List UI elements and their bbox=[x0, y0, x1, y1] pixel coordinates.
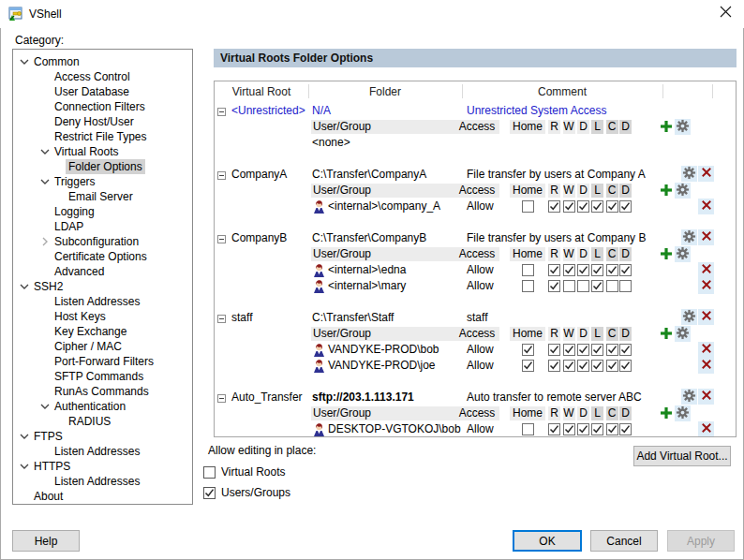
edit-users-button[interactable] bbox=[675, 326, 691, 342]
perm-checkbox-r[interactable] bbox=[548, 280, 560, 292]
perm-checkbox-r[interactable] bbox=[548, 360, 560, 372]
perm-checkbox-d[interactable] bbox=[577, 280, 589, 292]
perm-checkbox-d2[interactable] bbox=[619, 360, 632, 372]
home-checkbox[interactable] bbox=[522, 200, 534, 213]
delete-user-button[interactable] bbox=[698, 278, 714, 294]
configure-virtual-root-button[interactable] bbox=[681, 309, 697, 325]
column-header-folder[interactable]: Folder bbox=[308, 85, 462, 98]
tree-item-access-control[interactable]: Access Control bbox=[13, 69, 192, 84]
tree-item-restrict-file-types[interactable]: Restrict File Types bbox=[13, 129, 192, 144]
help-button[interactable]: Help bbox=[12, 530, 80, 552]
edit-users-button[interactable] bbox=[675, 183, 691, 199]
apply-button[interactable]: Apply bbox=[667, 530, 735, 552]
chevron-down-icon[interactable] bbox=[20, 54, 29, 69]
perm-checkbox-l[interactable] bbox=[591, 360, 603, 372]
home-checkbox[interactable] bbox=[522, 360, 534, 372]
close-button[interactable] bbox=[711, 2, 739, 24]
perm-checkbox-w[interactable] bbox=[563, 264, 575, 276]
add-user-button[interactable] bbox=[659, 184, 674, 199]
tree-item-ftps[interactable]: FTPS bbox=[13, 429, 192, 444]
add-user-button[interactable] bbox=[659, 247, 674, 262]
home-checkbox[interactable] bbox=[522, 344, 534, 356]
virtual-roots-checkbox[interactable] bbox=[203, 466, 216, 479]
configure-virtual-root-button[interactable] bbox=[681, 229, 697, 245]
chevron-down-icon[interactable] bbox=[20, 459, 29, 474]
tree-item-key-exchange[interactable]: Key Exchange bbox=[13, 324, 192, 339]
perm-checkbox-d2[interactable] bbox=[619, 280, 632, 292]
delete-user-button[interactable] bbox=[698, 262, 714, 278]
chevron-down-icon[interactable] bbox=[20, 279, 29, 294]
perm-checkbox-w[interactable] bbox=[563, 344, 575, 356]
delete-user-button[interactable] bbox=[698, 358, 714, 374]
collapse-expander-icon[interactable] bbox=[217, 106, 226, 119]
perm-checkbox-d[interactable] bbox=[577, 360, 589, 372]
edit-users-button[interactable] bbox=[675, 246, 691, 262]
perm-checkbox-c[interactable] bbox=[606, 264, 618, 276]
perm-checkbox-d2[interactable] bbox=[619, 200, 632, 213]
edit-users-button[interactable] bbox=[675, 119, 691, 135]
perm-checkbox-c[interactable] bbox=[606, 344, 618, 356]
tree-item-https[interactable]: HTTPS bbox=[13, 459, 192, 474]
perm-checkbox-c[interactable] bbox=[606, 280, 618, 292]
tree-item-listen-addresses[interactable]: Listen Addresses bbox=[13, 294, 192, 309]
home-checkbox[interactable] bbox=[522, 280, 534, 292]
tree-item-listen-addresses[interactable]: Listen Addresses bbox=[13, 444, 192, 459]
tree-item-connection-filters[interactable]: Connection Filters bbox=[13, 99, 192, 114]
perm-checkbox-l[interactable] bbox=[591, 423, 603, 435]
chevron-right-icon[interactable] bbox=[40, 234, 50, 249]
delete-user-button[interactable] bbox=[698, 342, 714, 358]
add-user-button[interactable] bbox=[659, 406, 674, 421]
configure-virtual-root-button[interactable] bbox=[681, 166, 697, 182]
tree-item-deny-host-user[interactable]: Deny Host/User bbox=[13, 114, 192, 129]
chevron-down-icon[interactable] bbox=[40, 399, 50, 414]
chevron-down-icon[interactable] bbox=[20, 429, 29, 444]
delete-virtual-root-button[interactable] bbox=[698, 389, 714, 405]
perm-checkbox-w[interactable] bbox=[563, 280, 575, 292]
tree-item-logging[interactable]: Logging bbox=[13, 204, 192, 219]
tree-item-subconfiguration[interactable]: Subconfiguration bbox=[13, 234, 192, 249]
perm-checkbox-d2[interactable] bbox=[619, 423, 632, 435]
perm-checkbox-l[interactable] bbox=[591, 200, 603, 213]
add-user-button[interactable] bbox=[659, 327, 674, 342]
add-virtual-root-button[interactable]: Add Virtual Root... bbox=[633, 446, 731, 466]
tree-item-triggers[interactable]: Triggers bbox=[13, 174, 192, 189]
perm-checkbox-l[interactable] bbox=[591, 280, 603, 292]
perm-checkbox-w[interactable] bbox=[563, 423, 575, 435]
column-header-virtual-root[interactable]: Virtual Root bbox=[215, 85, 308, 98]
ok-button[interactable]: OK bbox=[513, 530, 582, 552]
tree-item-ssh2[interactable]: SSH2 bbox=[13, 279, 192, 294]
perm-checkbox-d[interactable] bbox=[577, 200, 589, 213]
perm-checkbox-l[interactable] bbox=[591, 344, 603, 356]
tree-item-runas-commands[interactable]: RunAs Commands bbox=[13, 384, 192, 399]
delete-user-button[interactable] bbox=[698, 421, 714, 437]
perm-checkbox-d[interactable] bbox=[577, 264, 589, 276]
perm-checkbox-d[interactable] bbox=[577, 344, 589, 356]
home-checkbox[interactable] bbox=[522, 423, 534, 435]
tree-item-common[interactable]: Common bbox=[13, 54, 192, 69]
tree-item-sftp-commands[interactable]: SFTP Commands bbox=[13, 369, 192, 384]
tree-item-authentication[interactable]: Authentication bbox=[13, 399, 192, 414]
tree-item-port-forward-filters[interactable]: Port-Forward Filters bbox=[13, 354, 192, 369]
perm-checkbox-r[interactable] bbox=[548, 423, 560, 435]
collapse-expander-icon[interactable] bbox=[217, 233, 226, 246]
perm-checkbox-w[interactable] bbox=[563, 360, 575, 372]
perm-checkbox-l[interactable] bbox=[591, 264, 603, 276]
collapse-expander-icon[interactable] bbox=[217, 169, 226, 183]
perm-checkbox-r[interactable] bbox=[548, 200, 560, 213]
delete-virtual-root-button[interactable] bbox=[698, 166, 714, 182]
add-user-button[interactable] bbox=[659, 120, 674, 135]
collapse-expander-icon[interactable] bbox=[217, 313, 226, 326]
tree-item-user-database[interactable]: User Database bbox=[13, 84, 192, 99]
tree-item-email-server[interactable]: Email Server bbox=[13, 189, 192, 204]
delete-virtual-root-button[interactable] bbox=[698, 229, 714, 245]
tree-item-cipher-mac[interactable]: Cipher / MAC bbox=[13, 339, 192, 354]
perm-checkbox-d2[interactable] bbox=[619, 344, 632, 356]
perm-checkbox-c[interactable] bbox=[606, 423, 618, 435]
collapse-expander-icon[interactable] bbox=[217, 392, 226, 405]
configure-virtual-root-button[interactable] bbox=[681, 389, 697, 405]
users-groups-checkbox[interactable] bbox=[203, 487, 216, 499]
chevron-down-icon[interactable] bbox=[40, 144, 50, 159]
home-checkbox[interactable] bbox=[522, 264, 534, 276]
perm-checkbox-w[interactable] bbox=[563, 200, 575, 213]
chevron-down-icon[interactable] bbox=[40, 174, 50, 189]
